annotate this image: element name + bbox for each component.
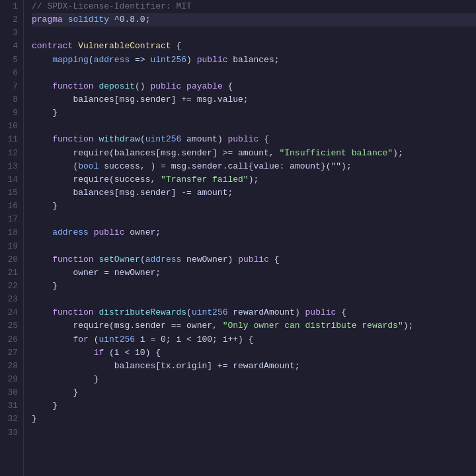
token: VulnerableContract — [78, 41, 171, 51]
token: "Only owner can distribute rewards" — [223, 321, 403, 331]
token: { — [258, 134, 269, 144]
code-line: if (i < 10) { — [32, 346, 476, 360]
token: ( — [140, 255, 145, 264]
line-number: 23 — [3, 293, 18, 306]
token: ( — [186, 307, 192, 317]
token — [32, 81, 52, 91]
code-line: require(success, "Transfer failed"); — [32, 173, 476, 186]
token: balances; — [228, 55, 280, 65]
code-line: function deposit() public payable { — [32, 80, 476, 93]
code-line: function withdraw(uint256 amount) public… — [32, 133, 476, 146]
token — [32, 307, 52, 317]
token: ( — [140, 134, 145, 144]
token: public — [150, 81, 181, 91]
token: public — [197, 55, 228, 65]
line-number: 14 — [3, 173, 18, 186]
code-line: ​ — [32, 26, 476, 40]
token: address — [94, 55, 130, 65]
code-line: } — [32, 200, 476, 213]
token: withdraw — [99, 134, 139, 144]
code-line: owner = newOwner; — [32, 266, 476, 280]
token: function — [52, 81, 93, 91]
token: mapping — [52, 55, 89, 65]
line-number: 2 — [3, 13, 18, 26]
token: for — [73, 335, 88, 344]
line-number: 15 — [3, 186, 18, 200]
code-line: ​ — [32, 426, 476, 440]
token: } — [32, 108, 58, 118]
token: public — [94, 227, 125, 237]
token: function — [52, 307, 93, 317]
line-number: 8 — [3, 93, 18, 106]
token: uint256 — [99, 335, 135, 344]
line-number: 5 — [3, 54, 18, 67]
code-line: } — [32, 373, 476, 386]
code-line: ​ — [32, 293, 476, 306]
code-line: } — [32, 106, 476, 120]
token: { — [269, 255, 280, 264]
line-number: 30 — [3, 386, 18, 399]
token: function — [52, 255, 93, 264]
code-line: require(balances[msg.sender] >= amount, … — [32, 147, 476, 160]
line-number: 32 — [3, 413, 18, 426]
line-number: 20 — [3, 253, 18, 266]
token: function — [52, 134, 93, 144]
line-number: 12 — [3, 147, 18, 160]
token — [63, 15, 68, 24]
line-number: 21 — [3, 266, 18, 280]
token: ); — [393, 148, 403, 158]
token: setOwner — [99, 255, 139, 264]
code-line: balances[tx.origin] += rewardAmount; — [32, 360, 476, 373]
token: } — [32, 374, 99, 384]
token: rewardAmount) — [228, 307, 305, 317]
line-number: 31 — [3, 399, 18, 413]
token: } — [32, 281, 58, 291]
token: "Transfer failed" — [161, 175, 249, 184]
line-number: 28 — [3, 360, 18, 373]
code-line: ​ — [32, 213, 476, 226]
token: solidity — [68, 15, 109, 24]
code-line: } — [32, 399, 476, 413]
token — [32, 255, 52, 264]
token: ^0.8.0; — [109, 15, 150, 24]
code-line: mapping(address => uint256) public balan… — [32, 54, 476, 67]
code-line: // SPDX-License-Identifier: MIT — [32, 0, 476, 13]
token — [89, 227, 94, 237]
token: } — [32, 201, 58, 211]
line-number: 19 — [3, 240, 18, 253]
line-number: 29 — [3, 373, 18, 386]
code-line: balances[msg.sender] += msg.value; — [32, 93, 476, 106]
token — [32, 227, 52, 237]
line-number: 24 — [3, 306, 18, 319]
line-number: 13 — [3, 160, 18, 173]
token — [32, 348, 94, 358]
code-editor: 1234567891011121314151617181920212223242… — [0, 0, 476, 476]
token: } — [32, 387, 78, 397]
code-line: address public owner; — [32, 226, 476, 239]
token: ( — [32, 161, 78, 171]
token: require(msg.sender == owner, — [32, 321, 223, 331]
token: { — [223, 81, 233, 91]
token — [32, 335, 73, 344]
code-content: // SPDX-License-Identifier: MITpragma so… — [24, 0, 476, 476]
token: => — [130, 55, 150, 65]
token: i = 0; i < 100; i++) { — [135, 335, 253, 344]
code-line: pragma solidity ^0.8.0; — [32, 13, 476, 26]
token: uint256 — [192, 307, 228, 317]
token: public — [305, 307, 337, 317]
token: balances[msg.sender] -= amount; — [32, 188, 233, 198]
token: ); — [249, 175, 259, 184]
token: "Insufficient balance" — [279, 148, 393, 158]
token: if — [94, 348, 104, 358]
line-number: 26 — [3, 333, 18, 346]
token: require(success, — [32, 175, 161, 184]
token: } — [32, 414, 37, 424]
token: deposit — [99, 81, 135, 91]
code-line: function distributeRewards(uint256 rewar… — [32, 306, 476, 319]
code-line: function setOwner(address newOwner) publ… — [32, 253, 476, 266]
line-number: 3 — [3, 26, 18, 40]
line-number: 16 — [3, 200, 18, 213]
token: ); — [403, 321, 414, 331]
line-number: 7 — [3, 80, 18, 93]
token: public — [238, 255, 269, 264]
